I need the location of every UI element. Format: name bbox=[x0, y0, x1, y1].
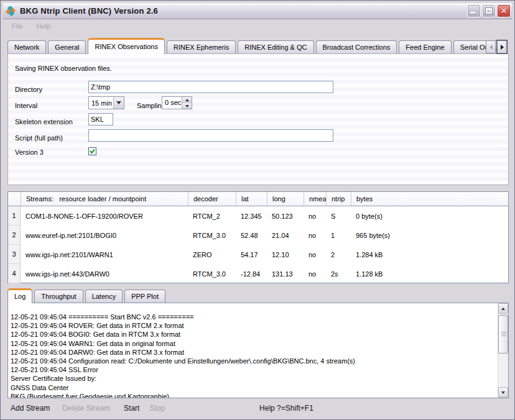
cell-decoder[interactable]: RTCM_3.0 bbox=[188, 226, 236, 245]
add-stream-button[interactable]: Add Stream bbox=[7, 402, 53, 414]
scroll-down-button[interactable] bbox=[498, 387, 508, 398]
title-bar[interactable]: BKG Ntrip Client (BNC) Version 2.6 ✕ bbox=[3, 3, 512, 19]
menu-file[interactable]: File bbox=[9, 21, 26, 31]
delete-stream-button[interactable]: Delete Stream bbox=[58, 402, 114, 414]
cell-decoder[interactable]: RTCM_3.0 bbox=[188, 264, 236, 283]
maximize-button[interactable] bbox=[482, 4, 496, 17]
directory-input[interactable]: Z:\tmp bbox=[88, 81, 333, 93]
sampling-stepper[interactable]: 0 sec bbox=[162, 96, 192, 109]
cell-nmea[interactable]: no bbox=[304, 264, 326, 283]
row-number[interactable]: 2 bbox=[8, 226, 21, 245]
skeleton-extension-input[interactable]: SKL bbox=[88, 113, 113, 126]
minimize-button[interactable] bbox=[467, 4, 481, 17]
row-number[interactable]: 3 bbox=[8, 245, 21, 264]
maximize-icon bbox=[486, 8, 492, 14]
cell-long[interactable]: 131.13 bbox=[267, 264, 304, 283]
cell-ntrip[interactable]: 2 bbox=[326, 245, 351, 264]
tab-broadcast-corrections[interactable]: Broadcast Corrections bbox=[316, 40, 397, 53]
cell-nmea[interactable]: no bbox=[304, 226, 326, 245]
streams-table-header: Streams: resource loader / mountpoint de… bbox=[8, 192, 508, 206]
tab-rinex-observations[interactable]: RINEX Observations bbox=[88, 38, 164, 54]
tab-ppp-plot[interactable]: PPP Plot bbox=[124, 290, 165, 303]
tab-network[interactable]: Network bbox=[7, 40, 46, 53]
cell-ntrip[interactable]: S bbox=[326, 206, 351, 226]
cell-lat[interactable]: -12.84 bbox=[236, 264, 267, 283]
header-mountpoint[interactable]: Streams: resource loader / mountpoint bbox=[21, 192, 188, 206]
log-line: 12-05-21 09:45:04 DARW0: Get data in RTC… bbox=[11, 348, 496, 357]
interval-selected-value: 15 min bbox=[89, 99, 113, 107]
cell-nmea[interactable]: no bbox=[304, 206, 326, 226]
interval-label: Interval bbox=[15, 102, 37, 109]
cell-nmea[interactable]: no bbox=[304, 245, 326, 264]
spin-up-icon bbox=[185, 99, 189, 101]
cell-bytes[interactable]: 1.128 kB bbox=[351, 264, 508, 283]
arrow-right-icon bbox=[501, 45, 504, 50]
table-row[interactable]: 1 COM1-8-NONE-1-OFF-19200/ROVER RTCM_2 1… bbox=[8, 206, 508, 226]
tab-general[interactable]: General bbox=[48, 40, 86, 53]
table-row[interactable]: 3 www.igs-ip.net:2101/WARN1 ZERO 54.17 1… bbox=[8, 245, 508, 264]
cell-decoder[interactable]: RTCM_2 bbox=[188, 206, 236, 226]
close-icon: ✕ bbox=[498, 5, 510, 17]
interval-select[interactable]: 15 min bbox=[88, 96, 124, 109]
tab-rinex-editing-qc[interactable]: RINEX Editing & QC bbox=[238, 40, 313, 53]
cell-decoder[interactable]: ZERO bbox=[188, 245, 236, 264]
tab-scroll-left-button[interactable] bbox=[486, 40, 496, 53]
header-lat[interactable]: lat bbox=[236, 192, 267, 206]
interval-dropdown-button[interactable] bbox=[113, 97, 124, 109]
cell-mountpoint[interactable]: COM1-8-NONE-1-OFF-19200/ROVER bbox=[21, 206, 188, 226]
header-long[interactable]: long bbox=[267, 192, 304, 206]
header-nmea[interactable]: nmea bbox=[304, 192, 326, 206]
row-number[interactable]: 4 bbox=[8, 264, 21, 283]
table-row[interactable]: 2 www.euref-ip.net:2101/BOGI0 RTCM_3.0 5… bbox=[8, 226, 508, 245]
close-button[interactable]: ✕ bbox=[497, 4, 511, 17]
stop-button[interactable]: Stop bbox=[146, 402, 169, 414]
header-decoder[interactable]: decoder bbox=[188, 192, 236, 206]
header-bytes[interactable]: bytes bbox=[351, 192, 508, 206]
log-line: BKG (Bundesamt fuer Geodaesie und Kartog… bbox=[11, 392, 496, 398]
cell-long[interactable]: 21.04 bbox=[267, 226, 304, 245]
rinex-observations-panel: Saving RINEX observation files. Director… bbox=[7, 53, 509, 185]
tab-latency[interactable]: Latency bbox=[85, 290, 123, 303]
tab-rinex-ephemeris[interactable]: RINEX Ephemeris bbox=[167, 40, 236, 53]
cell-mountpoint[interactable]: www.euref-ip.net:2101/BOGI0 bbox=[21, 226, 188, 245]
arrow-left-icon bbox=[489, 45, 493, 50]
log-output[interactable]: 12-05-21 09:45:04 ========== Start BNC v… bbox=[8, 303, 497, 398]
tab-feed-engine[interactable]: Feed Engine bbox=[399, 40, 451, 53]
sampling-down-button[interactable] bbox=[182, 103, 192, 109]
tab-log[interactable]: Log bbox=[7, 288, 32, 303]
menu-help[interactable]: Help bbox=[34, 21, 53, 31]
row-number[interactable]: 1 bbox=[8, 206, 21, 226]
main-tab-bar: Network General RINEX Observations RINEX… bbox=[7, 37, 508, 53]
tab-throughput[interactable]: Throughput bbox=[34, 290, 83, 303]
bnc-app-icon bbox=[6, 6, 17, 16]
cell-bytes[interactable]: 1.284 kB bbox=[351, 245, 508, 264]
cell-bytes[interactable]: 965 byte(s) bbox=[351, 226, 508, 245]
cell-bytes[interactable]: 0 byte(s) bbox=[351, 206, 508, 226]
tab-scroll-right-button[interactable] bbox=[497, 40, 507, 53]
help-button[interactable]: Help ?=Shift+F1 bbox=[256, 402, 317, 414]
cell-long[interactable]: 12.10 bbox=[267, 245, 304, 264]
log-scrollbar[interactable] bbox=[498, 303, 508, 398]
app-window: BKG Ntrip Client (BNC) Version 2.6 ✕ Fil… bbox=[0, 0, 515, 420]
cell-mountpoint[interactable]: www.igs-ip.net:2101/WARN1 bbox=[21, 245, 188, 264]
cell-lat[interactable]: 54.17 bbox=[236, 245, 267, 264]
start-button[interactable]: Start bbox=[120, 402, 143, 414]
cell-lat[interactable]: 12.345 bbox=[236, 206, 267, 226]
sampling-value: 0 sec bbox=[162, 97, 182, 109]
cell-lat[interactable]: 52.48 bbox=[236, 226, 267, 245]
version3-checkbox[interactable] bbox=[88, 147, 96, 155]
thumb-grip bbox=[501, 332, 506, 332]
cell-mountpoint[interactable]: www.igs-ip.net:443/DARW0 bbox=[21, 264, 188, 283]
table-row[interactable]: 4 www.igs-ip.net:443/DARW0 RTCM_3.0 -12.… bbox=[8, 264, 508, 283]
scroll-up-button[interactable] bbox=[498, 303, 508, 314]
scrollbar-thumb[interactable] bbox=[498, 315, 508, 354]
cell-ntrip[interactable]: 1 bbox=[326, 226, 351, 245]
panel-description: Saving RINEX observation files. bbox=[15, 65, 112, 72]
cell-long[interactable]: 50.123 bbox=[267, 206, 304, 226]
script-path-input[interactable] bbox=[88, 129, 333, 142]
log-line: 12-05-21 09:45:04 SSL Error bbox=[11, 365, 496, 374]
log-line: 12-05-21 09:45:04 Configuration read: C:… bbox=[11, 357, 496, 365]
sampling-up-button[interactable] bbox=[182, 97, 192, 103]
cell-ntrip[interactable]: 2s bbox=[326, 264, 351, 283]
header-ntrip[interactable]: ntrip bbox=[326, 192, 351, 206]
